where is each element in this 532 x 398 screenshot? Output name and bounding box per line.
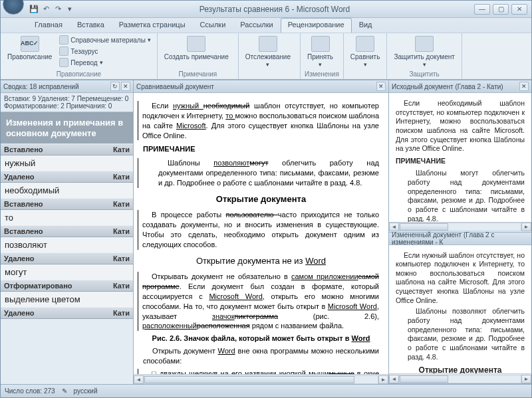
translate-button[interactable]: Перевод▾ bbox=[57, 57, 153, 68]
change-item[interactable]: ОтформатированоКативыделение цветом bbox=[1, 280, 133, 307]
compared-document-pane: Сравниваемый документ✕ Если нужный необх… bbox=[134, 80, 389, 384]
refresh-icon[interactable]: ↻ bbox=[110, 82, 120, 91]
book-icon bbox=[59, 35, 68, 45]
group-tracking: Отслеживание▾ bbox=[239, 33, 301, 79]
thesaurus-icon bbox=[59, 47, 68, 56]
track-changes-button[interactable]: Отслеживание▾ bbox=[243, 35, 293, 70]
accept-icon bbox=[311, 36, 330, 52]
source-panes: Исходный документ (Глава 2 - Кати)✕ Если… bbox=[389, 80, 531, 384]
spelling-button[interactable]: ABC✓Правописание bbox=[5, 35, 55, 62]
status-bar: Число слов: 273 ✎ русский bbox=[1, 384, 531, 397]
tab-mailings[interactable]: Рассылки bbox=[233, 18, 280, 33]
close-pane-icon[interactable]: ✕ bbox=[519, 82, 529, 91]
scroll-right-icon: ► bbox=[378, 375, 388, 384]
source-document[interactable]: Если необходимый шаблон отсутствует, но … bbox=[389, 93, 531, 222]
ribbon-tabs: Главная Вставка Разметка страницы Ссылки… bbox=[1, 18, 531, 33]
office-button[interactable] bbox=[3, 0, 24, 15]
window-title: Результаты сравнения 6 - Microsoft Word bbox=[75, 5, 474, 14]
change-item[interactable]: ВставленоКатипозволяют bbox=[1, 225, 133, 252]
tab-layout[interactable]: Разметка страницы bbox=[112, 18, 193, 33]
ribbon: Главная Вставка Разметка страницы Ссылки… bbox=[1, 18, 531, 80]
changes-list[interactable]: ВставленоКатинужный УдаленоКатинеобходим… bbox=[1, 144, 133, 384]
spell-check-icon[interactable]: ✎ bbox=[62, 387, 67, 395]
revised-document-pane: Измененный документ (Глава 2 с изменения… bbox=[389, 233, 531, 385]
tab-home[interactable]: Главная bbox=[27, 18, 70, 33]
abc-icon: ABC✓ bbox=[21, 36, 39, 52]
work-area: Сводка: 18 исправлений ↻ ✕ Вставки: 9 Уд… bbox=[1, 80, 531, 384]
translate-icon bbox=[59, 58, 68, 67]
group-changes: Принять▾ Изменения bbox=[301, 33, 344, 79]
save-icon[interactable]: 💾 bbox=[29, 4, 39, 15]
change-item[interactable]: УдаленоКати bbox=[1, 307, 133, 319]
scrollbar-horizontal[interactable]: ◄► bbox=[134, 374, 388, 384]
change-item[interactable]: ВставленоКатито bbox=[1, 198, 133, 225]
tab-insert[interactable]: Вставка bbox=[70, 18, 112, 33]
research-button[interactable]: Справочные материалы▾ bbox=[57, 35, 153, 45]
word-count[interactable]: Число слов: 273 bbox=[5, 387, 55, 395]
redo-icon[interactable]: ↷ bbox=[53, 4, 63, 15]
scrollbar-horizontal[interactable]: ◄► bbox=[389, 373, 531, 383]
summary-stats: Вставки: 9 Удаления: 7 Перемещение: 0 Фо… bbox=[1, 93, 133, 112]
qat-menu-icon[interactable]: ▾ bbox=[65, 4, 75, 15]
tab-view[interactable]: Вид bbox=[352, 18, 380, 33]
lock-icon bbox=[415, 36, 434, 52]
title-bar: 💾 ↶ ↷ ▾ Результаты сравнения 6 - Microso… bbox=[1, 1, 531, 18]
language[interactable]: русский bbox=[74, 387, 98, 395]
changes-heading: Изменения и примечания в основном докуме… bbox=[1, 112, 133, 144]
undo-icon[interactable]: ↶ bbox=[41, 4, 51, 15]
change-item[interactable]: УдаленоКатимогут bbox=[1, 252, 133, 280]
accept-button[interactable]: Принять▾ bbox=[305, 35, 336, 70]
change-item[interactable]: УдаленоКатинеобходимый bbox=[1, 171, 133, 198]
revised-document[interactable]: Если нужный шаблон отсутствует, но компь… bbox=[389, 245, 531, 374]
group-proofing: ABC✓Правописание Справочные материалы▾ Т… bbox=[1, 33, 158, 79]
tab-review[interactable]: Рецензирование bbox=[281, 18, 352, 33]
minimize-button[interactable]: — bbox=[474, 4, 490, 15]
summary-header: Сводка: 18 исправлений ↻ ✕ bbox=[1, 80, 133, 93]
scroll-left-icon: ◄ bbox=[134, 375, 144, 384]
scrollbar-horizontal[interactable]: ◄► bbox=[389, 222, 531, 232]
close-button[interactable]: ✕ bbox=[511, 4, 527, 15]
group-protect: Защитить документ▾ Защитить bbox=[387, 33, 462, 79]
source-document-pane: Исходный документ (Глава 2 - Кати)✕ Если… bbox=[389, 80, 531, 233]
app-window: 💾 ↶ ↷ ▾ Результаты сравнения 6 - Microso… bbox=[0, 0, 532, 398]
tab-references[interactable]: Ссылки bbox=[193, 18, 233, 33]
close-pane-icon[interactable]: ✕ bbox=[121, 82, 130, 91]
group-comments: Создать примечание Примечания bbox=[158, 33, 239, 79]
new-comment-button[interactable]: Создать примечание bbox=[162, 35, 231, 62]
group-compare: Сравнить▾ bbox=[344, 33, 388, 79]
compared-document[interactable]: Если нужный необходимый шаблон отсутству… bbox=[134, 93, 388, 374]
compare-button[interactable]: Сравнить▾ bbox=[348, 35, 383, 70]
quick-access-toolbar: 💾 ↶ ↷ ▾ bbox=[5, 4, 75, 15]
tracking-icon bbox=[259, 36, 277, 52]
close-pane-icon[interactable]: ✕ bbox=[376, 82, 386, 91]
comment-icon bbox=[187, 36, 205, 52]
compared-header: Сравниваемый документ✕ bbox=[134, 80, 388, 93]
thesaurus-button[interactable]: Тезаурус bbox=[57, 46, 153, 56]
maximize-button[interactable]: ▢ bbox=[493, 4, 509, 15]
review-pane: Сводка: 18 исправлений ↻ ✕ Вставки: 9 Уд… bbox=[1, 80, 134, 384]
compare-icon bbox=[356, 36, 374, 52]
change-item[interactable]: ВставленоКатинужный bbox=[1, 144, 133, 171]
protect-button[interactable]: Защитить документ▾ bbox=[391, 35, 457, 70]
